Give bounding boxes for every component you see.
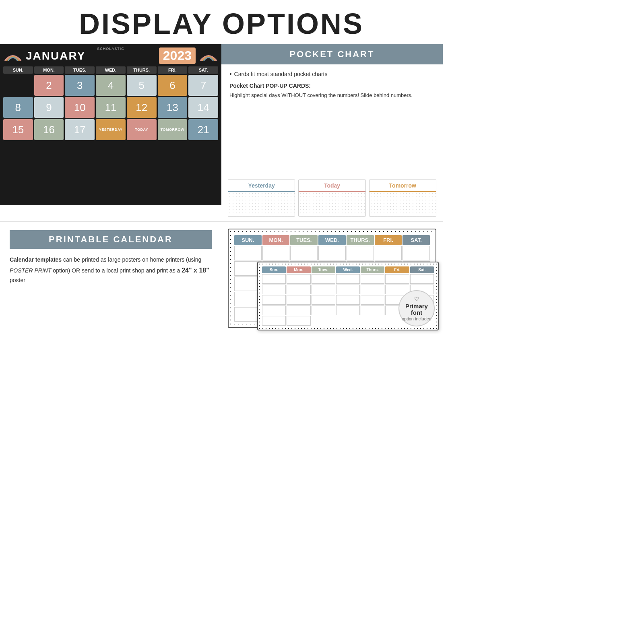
day-mon: MON. bbox=[34, 66, 64, 74]
heart-icon: ♡ bbox=[414, 296, 419, 302]
pocket-popup-desc: Highlight special days WITHOUT covering … bbox=[229, 91, 435, 99]
large-cal-wed: WED. bbox=[318, 235, 346, 245]
cal-cell-tomorrow: TOMORROW bbox=[158, 119, 188, 140]
small-grid-cell bbox=[410, 274, 434, 284]
pocket-chart-photo: JANUARY 2023 SUN. MON. TUES. WED. THURS. bbox=[0, 44, 221, 205]
page-title: DISPLAY OPTIONS bbox=[0, 0, 443, 44]
small-grid-cell bbox=[361, 295, 384, 305]
small-grid-cell bbox=[336, 295, 360, 305]
small-grid-cell bbox=[262, 305, 286, 315]
day-tue: TUES. bbox=[65, 66, 95, 74]
rainbow-right-icon bbox=[199, 50, 218, 62]
day-wed: WED. bbox=[96, 66, 126, 74]
cal-cell-17: 17 bbox=[65, 119, 95, 140]
small-grid-cell bbox=[262, 295, 286, 305]
cal-cell-11: 11 bbox=[96, 97, 126, 118]
printable-desc: Calendar templates can be printed as lar… bbox=[10, 255, 212, 285]
small-grid-cell bbox=[287, 316, 310, 326]
today-card: Today bbox=[298, 180, 365, 217]
cal-cell-2: 2 bbox=[34, 75, 64, 96]
large-cal-fri: FRI. bbox=[375, 235, 402, 245]
small-grid-cell bbox=[361, 305, 384, 315]
printable-size: 24" x 18" bbox=[182, 267, 209, 274]
small-grid-cell bbox=[287, 285, 310, 294]
small-grid-cell bbox=[385, 285, 409, 294]
large-grid-cell bbox=[262, 246, 290, 260]
large-grid-cell bbox=[375, 246, 402, 260]
primary-font-badge: ♡ Primary font option included bbox=[398, 290, 435, 326]
small-cal-tue: Tues. bbox=[312, 266, 335, 273]
cal-cell-today: TODAY bbox=[127, 119, 157, 140]
large-grid-cell bbox=[290, 246, 318, 260]
small-cal-wed: Wed. bbox=[336, 266, 360, 273]
small-grid-cell bbox=[312, 305, 335, 315]
cal-cell-6: 6 bbox=[158, 75, 188, 96]
day-sat: SAT. bbox=[188, 66, 218, 74]
cal-cell-9: 9 bbox=[34, 97, 64, 118]
ytt-cards: Yesterday Today Tomorrow bbox=[228, 180, 436, 217]
small-grid-cell bbox=[312, 285, 335, 294]
yesterday-card: Yesterday bbox=[228, 180, 295, 217]
rainbow-icon bbox=[3, 50, 23, 62]
large-grid-cell bbox=[318, 246, 346, 260]
cal-cell-3: 3 bbox=[65, 75, 95, 96]
small-cal-sun: Sun. bbox=[262, 266, 286, 273]
pocket-bullet: Cards fit most standard pocket charts bbox=[229, 71, 435, 78]
cal-cell-13: 13 bbox=[158, 97, 188, 118]
cal-cell-empty1 bbox=[3, 75, 33, 96]
day-fri: FRI. bbox=[158, 66, 188, 74]
tomorrow-label: Tomorrow bbox=[369, 180, 436, 192]
day-sun: SUN. bbox=[3, 66, 33, 74]
large-cal-sat: SAT. bbox=[402, 235, 430, 245]
small-grid-cell bbox=[262, 285, 286, 294]
cal-cell-4: 4 bbox=[96, 75, 126, 96]
small-grid-cell bbox=[336, 285, 360, 294]
small-grid-cell bbox=[336, 274, 360, 284]
large-cal-tue: TUES. bbox=[290, 235, 318, 245]
pocket-chart-header: POCKET CHART bbox=[221, 44, 443, 64]
yesterday-label: Yesterday bbox=[228, 180, 295, 192]
cal-cell-yesterday: YESTERDAY bbox=[96, 119, 126, 140]
primary-font-sub: option included bbox=[402, 316, 431, 321]
cal-cell-10: 10 bbox=[65, 97, 95, 118]
small-grid-cell bbox=[287, 295, 310, 305]
primary-font-main: Primary font bbox=[399, 303, 434, 316]
large-grid-cell bbox=[347, 246, 374, 260]
pocket-popup-title: Pocket Chart POP-UP CARDS: bbox=[229, 83, 435, 89]
large-grid-cell bbox=[234, 246, 262, 260]
cal-cell-12: 12 bbox=[127, 97, 157, 118]
cal-cell-8: 8 bbox=[3, 97, 33, 118]
large-cal-mon: MON. bbox=[262, 235, 290, 245]
small-cal-mon: Mon. bbox=[287, 266, 310, 273]
year-badge: 2023 bbox=[159, 47, 196, 64]
printable-bold: Calendar templates bbox=[10, 256, 62, 263]
small-grid-cell bbox=[287, 305, 310, 315]
cal-cell-21: 21 bbox=[188, 119, 218, 140]
day-thu: THURS. bbox=[127, 66, 157, 74]
small-grid-cell bbox=[262, 316, 286, 326]
small-grid-cell bbox=[287, 274, 310, 284]
printable-italic: POSTER PRINT bbox=[10, 267, 51, 274]
large-cal-sun: SUN. bbox=[234, 235, 262, 245]
small-grid-cell bbox=[361, 285, 384, 294]
month-label: JANUARY bbox=[26, 50, 159, 62]
small-grid-cell bbox=[312, 274, 335, 284]
printable-header: PRINTABLE CALENDAR bbox=[10, 230, 212, 249]
printable-section: PRINTABLE CALENDAR Calendar templates ca… bbox=[0, 222, 221, 334]
cal-cell-5: 5 bbox=[127, 75, 157, 96]
scholastic-label: SCHOLASTIC bbox=[97, 47, 124, 51]
cal-cell-16: 16 bbox=[34, 119, 64, 140]
small-cal-thu: Thurs. bbox=[361, 266, 384, 273]
small-grid-cell bbox=[262, 274, 286, 284]
small-cal-sat: Sat. bbox=[410, 266, 434, 273]
tomorrow-card: Tomorrow bbox=[369, 180, 436, 217]
small-grid-cell bbox=[385, 274, 409, 284]
small-grid-cell bbox=[312, 295, 335, 305]
cal-cell-7: 7 bbox=[188, 75, 218, 96]
large-cal-thu: THURS. bbox=[347, 235, 374, 245]
small-grid-cell bbox=[336, 305, 360, 315]
calendars-section: SUN. MON. TUES. WED. THURS. FRI. SAT. bbox=[221, 222, 443, 334]
large-grid-cell bbox=[402, 246, 430, 260]
small-grid-cell bbox=[361, 274, 384, 284]
today-label: Today bbox=[299, 180, 365, 192]
